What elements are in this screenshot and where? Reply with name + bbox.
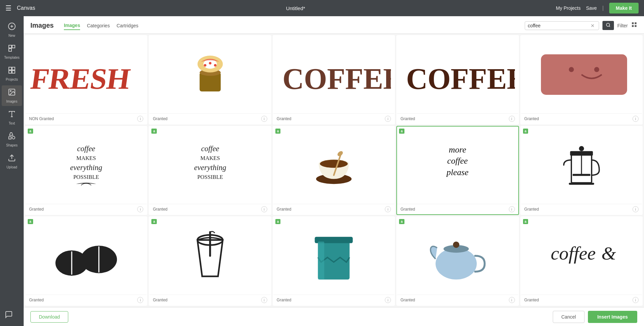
card-image: COFFEE (397, 36, 518, 113)
image-card[interactable]: Granted i (149, 35, 271, 125)
image-card[interactable]: a coffee MAKES everything POSSIBLE Grant… (25, 126, 147, 215)
info-icon[interactable]: i (509, 206, 515, 212)
image-card[interactable]: a Granted i (25, 216, 147, 306)
info-icon[interactable]: i (385, 116, 391, 122)
image-card[interactable]: a coffee & Granted i (520, 216, 643, 306)
svg-rect-33 (541, 54, 627, 95)
projects-icon (8, 66, 16, 76)
svg-text:coffee: coffee (447, 156, 468, 166)
card-footer: Granted i (521, 113, 642, 124)
card-footer: Granted i (521, 295, 642, 305)
info-icon[interactable]: i (261, 206, 267, 212)
image-card[interactable]: a Granted i (396, 216, 519, 306)
image-card[interactable]: COFFEE Granted i (273, 35, 395, 125)
app-header: ☰ Canvas Untitled* My Projects Save | Ma… (0, 0, 644, 16)
info-icon[interactable]: i (137, 206, 143, 212)
svg-text:COFFEE: COFFEE (282, 62, 391, 95)
svg-rect-20 (635, 22, 637, 24)
svg-point-46 (320, 160, 348, 168)
save-link[interactable]: Save (586, 5, 597, 11)
image-card[interactable]: COFFEE Granted i (396, 35, 519, 125)
svg-point-17 (606, 23, 610, 26)
info-icon[interactable]: i (509, 297, 515, 303)
sidebar-item-new[interactable]: New (2, 20, 22, 40)
download-button[interactable]: Download (30, 311, 68, 323)
tab-images[interactable]: Images (64, 21, 80, 30)
tab-cartridges[interactable]: Cartridges (117, 22, 139, 30)
card-image: coffee MAKES everything POSSIBLE (26, 127, 147, 204)
card-label: Granted (277, 207, 291, 212)
info-icon[interactable]: i (633, 297, 639, 303)
image-card[interactable]: a Granted i (273, 126, 395, 215)
info-icon[interactable]: i (261, 297, 267, 303)
image-card[interactable]: FRESH NON Granted i (25, 35, 147, 125)
svg-point-34 (569, 67, 574, 72)
card-label: Granted (400, 298, 415, 302)
sidebar-item-projects[interactable]: Projects (2, 63, 22, 84)
insert-images-button[interactable]: Insert Images (588, 311, 637, 323)
search-clear-icon[interactable]: ✕ (591, 23, 595, 28)
image-card[interactable]: a more coffee please Granted i (396, 126, 519, 215)
image-card[interactable]: a Granted i (149, 216, 271, 306)
tab-bar: Images Categories Cartridges (64, 21, 139, 30)
my-projects-link[interactable]: My Projects (556, 5, 580, 11)
svg-point-30 (214, 64, 217, 67)
make-it-button[interactable]: Make It (609, 3, 639, 13)
card-footer: Granted i (26, 295, 147, 305)
card-label: Granted (29, 207, 44, 212)
panel-title: Images (30, 22, 54, 29)
info-icon[interactable]: i (385, 206, 391, 212)
image-card[interactable]: a coffee MAKES everything POSSIBLE Grant… (149, 126, 271, 215)
sidebar-item-shapes[interactable]: Shapes (2, 129, 22, 150)
card-footer: NON Granted i (26, 113, 147, 124)
svg-text:please: please (446, 167, 469, 177)
card-badge: a (28, 219, 33, 224)
cancel-button[interactable]: Cancel (553, 311, 585, 323)
sidebar-item-text[interactable]: Text (2, 107, 22, 128)
card-label: Granted (400, 207, 415, 212)
search-input[interactable] (528, 23, 591, 28)
info-icon[interactable]: i (633, 206, 639, 212)
svg-point-54 (579, 146, 584, 151)
card-footer: Granted i (273, 113, 394, 124)
svg-rect-4 (12, 45, 15, 48)
sidebar-item-upload[interactable]: Upload (2, 151, 22, 172)
svg-rect-3 (9, 45, 11, 48)
image-card[interactable]: Granted i (520, 35, 643, 125)
card-footer: Granted i (149, 204, 270, 214)
svg-rect-66 (318, 242, 324, 280)
card-label: Granted (153, 207, 167, 212)
card-image: coffee MAKES everything POSSIBLE (149, 127, 270, 204)
sidebar-item-templates[interactable]: Templates (2, 42, 22, 62)
image-card[interactable]: a Granted i (273, 216, 395, 306)
filter-button[interactable]: Filter (617, 23, 628, 28)
card-image: more coffee please (397, 127, 518, 204)
sidebar-item-label-shapes: Shapes (6, 143, 18, 147)
card-label: NON Granted (29, 116, 54, 121)
grid-view-button[interactable] (631, 22, 637, 29)
info-icon[interactable]: i (137, 116, 143, 122)
info-icon[interactable]: i (633, 116, 639, 122)
image-card[interactable]: a (520, 126, 643, 215)
info-icon[interactable]: i (509, 116, 515, 122)
info-icon[interactable]: i (385, 297, 391, 303)
card-image: coffee & (521, 217, 642, 295)
svg-rect-15 (9, 137, 11, 139)
card-label: Granted (524, 298, 539, 302)
chat-icon[interactable] (5, 310, 13, 321)
info-icon[interactable]: i (261, 116, 267, 122)
shapes-icon (8, 132, 16, 142)
svg-text:COFFEE: COFFEE (406, 62, 515, 95)
sidebar-item-label-new: New (8, 34, 15, 37)
sidebar-item-label-upload: Upload (6, 165, 17, 169)
menu-icon[interactable]: ☰ (5, 4, 11, 12)
search-button[interactable] (602, 21, 614, 30)
card-image (273, 127, 394, 204)
svg-text:MAKES: MAKES (200, 155, 220, 161)
svg-point-14 (12, 136, 15, 139)
card-label: Granted (29, 298, 44, 302)
info-icon[interactable]: i (137, 297, 143, 303)
tab-categories[interactable]: Categories (87, 22, 110, 30)
card-footer: Granted i (397, 113, 518, 124)
sidebar-item-images[interactable]: Images (2, 85, 22, 106)
